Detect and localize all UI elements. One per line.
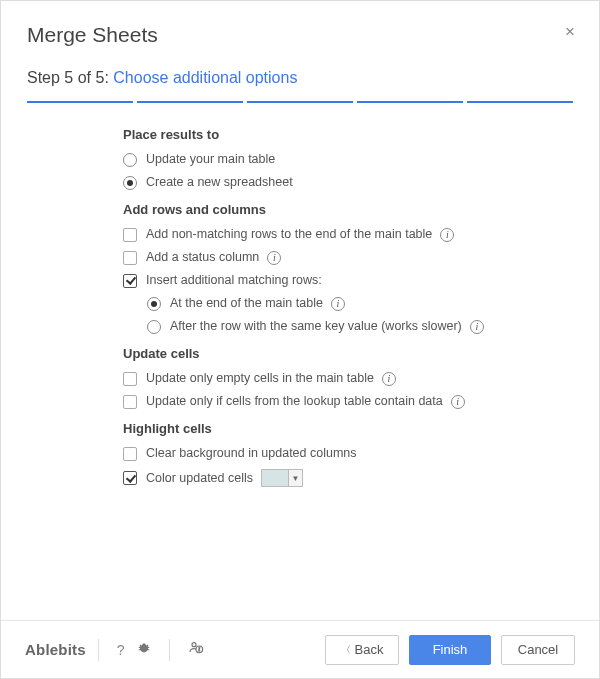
info-icon[interactable] bbox=[440, 228, 454, 242]
checkbox-icon bbox=[123, 395, 137, 409]
finish-button[interactable]: Finish bbox=[409, 635, 491, 665]
radio-update-main-table[interactable]: Update your main table bbox=[123, 152, 575, 167]
checkbox-label: Update only empty cells in the main tabl… bbox=[146, 371, 374, 386]
info-icon[interactable] bbox=[267, 251, 281, 265]
check-color-cells[interactable]: Color updated cells ▼ bbox=[123, 469, 575, 487]
checkbox-label: Color updated cells bbox=[146, 471, 253, 486]
checkbox-icon bbox=[123, 274, 137, 288]
radio-label: After the row with the same key value (w… bbox=[170, 319, 462, 334]
radio-label: At the end of the main table bbox=[170, 296, 323, 311]
brand-label: Ablebits bbox=[25, 641, 86, 658]
info-icon[interactable] bbox=[382, 372, 396, 386]
color-swatch bbox=[262, 470, 288, 486]
help-icon[interactable]: ? bbox=[117, 642, 125, 658]
radio-create-spreadsheet[interactable]: Create a new spreadsheet bbox=[123, 175, 575, 190]
checkbox-label: Add non-matching rows to the end of the … bbox=[146, 227, 432, 242]
svg-point-0 bbox=[192, 643, 196, 647]
radio-label: Update your main table bbox=[146, 152, 275, 167]
section-place-results: Place results to bbox=[123, 127, 575, 142]
color-picker[interactable]: ▼ bbox=[261, 469, 303, 487]
radio-insert-key[interactable]: After the row with the same key value (w… bbox=[147, 319, 575, 334]
checkbox-icon bbox=[123, 228, 137, 242]
check-contain-data[interactable]: Update only if cells from the lookup tab… bbox=[123, 394, 575, 409]
step-indicator: Step 5 of 5: Choose additional options bbox=[1, 55, 599, 87]
radio-label: Create a new spreadsheet bbox=[146, 175, 293, 190]
section-highlight: Highlight cells bbox=[123, 421, 575, 436]
checkbox-icon bbox=[123, 447, 137, 461]
check-insert-matching[interactable]: Insert additional matching rows: bbox=[123, 273, 575, 288]
info-icon[interactable] bbox=[470, 320, 484, 334]
cancel-button[interactable]: Cancel bbox=[501, 635, 575, 665]
radio-icon bbox=[147, 297, 161, 311]
info-icon[interactable] bbox=[451, 395, 465, 409]
section-update-cells: Update cells bbox=[123, 346, 575, 361]
radio-icon bbox=[147, 320, 161, 334]
bug-icon[interactable] bbox=[137, 641, 151, 658]
checkbox-icon bbox=[123, 251, 137, 265]
dialog-title: Merge Sheets bbox=[27, 23, 158, 46]
step-number: Step 5 of 5: bbox=[27, 69, 113, 86]
chevron-down-icon: ▼ bbox=[288, 470, 302, 486]
checkbox-label: Update only if cells from the lookup tab… bbox=[146, 394, 443, 409]
checkbox-icon bbox=[123, 471, 137, 485]
check-clear-background[interactable]: Clear background in updated columns bbox=[123, 446, 575, 461]
back-button[interactable]: 〈Back bbox=[325, 635, 399, 665]
checkbox-label: Add a status column bbox=[146, 250, 259, 265]
progress-bar bbox=[27, 101, 573, 103]
check-nonmatching-rows[interactable]: Add non-matching rows to the end of the … bbox=[123, 227, 575, 242]
account-icon[interactable]: i bbox=[188, 640, 204, 659]
radio-icon bbox=[123, 153, 137, 167]
radio-icon bbox=[123, 176, 137, 190]
radio-insert-end[interactable]: At the end of the main table bbox=[147, 296, 575, 311]
chevron-left-icon: 〈 bbox=[341, 643, 351, 657]
section-add-rows: Add rows and columns bbox=[123, 202, 575, 217]
close-icon[interactable]: × bbox=[565, 23, 575, 40]
checkbox-label: Insert additional matching rows: bbox=[146, 273, 322, 288]
checkbox-label: Clear background in updated columns bbox=[146, 446, 357, 461]
step-subtitle: Choose additional options bbox=[113, 69, 297, 86]
info-icon[interactable] bbox=[331, 297, 345, 311]
checkbox-icon bbox=[123, 372, 137, 386]
check-status-column[interactable]: Add a status column bbox=[123, 250, 575, 265]
check-empty-cells[interactable]: Update only empty cells in the main tabl… bbox=[123, 371, 575, 386]
